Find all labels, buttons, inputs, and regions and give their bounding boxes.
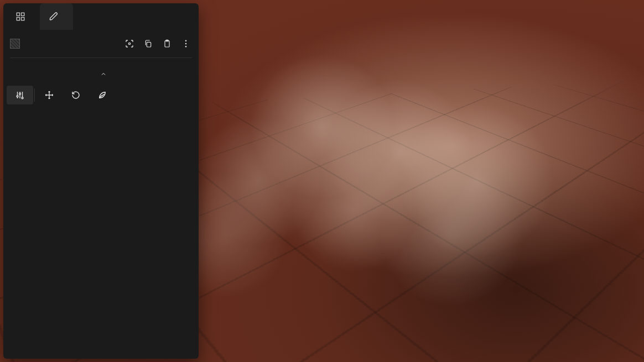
surface-actions (123, 38, 192, 50)
tab-materials[interactable] (7, 3, 40, 30)
svg-point-9 (185, 43, 187, 45)
tool-eco[interactable] (89, 86, 116, 104)
material-thumb-icon (10, 39, 20, 49)
svg-rect-2 (17, 18, 19, 20)
surface-header (3, 30, 199, 57)
material-settings-panel (3, 3, 199, 359)
svg-rect-0 (17, 13, 19, 15)
svg-point-10 (185, 46, 187, 48)
properties-bottom (3, 108, 199, 111)
grid-icon (15, 12, 25, 22)
svg-rect-5 (147, 42, 150, 47)
pencil-icon (49, 12, 59, 22)
panel-tabs (3, 3, 199, 30)
more-icon[interactable] (180, 38, 192, 50)
svg-point-11 (17, 96, 18, 97)
chevron-up-icon (100, 71, 107, 77)
svg-point-4 (128, 43, 130, 44)
svg-rect-3 (22, 18, 24, 20)
svg-point-13 (22, 97, 23, 99)
paste-icon[interactable] (161, 38, 173, 50)
show-less-toggle[interactable] (3, 65, 199, 83)
category-tabs (3, 83, 199, 108)
divider (34, 88, 35, 102)
tool-reset[interactable] (63, 86, 89, 104)
select-in-scene-icon[interactable] (123, 38, 136, 50)
tool-transform[interactable] (36, 86, 63, 104)
svg-point-8 (185, 40, 187, 41)
tab-settings[interactable] (40, 3, 73, 30)
copy-icon[interactable] (142, 38, 154, 50)
svg-point-12 (19, 93, 21, 95)
tool-adjust[interactable] (7, 86, 33, 104)
divider (10, 57, 192, 58)
svg-rect-1 (22, 13, 24, 15)
